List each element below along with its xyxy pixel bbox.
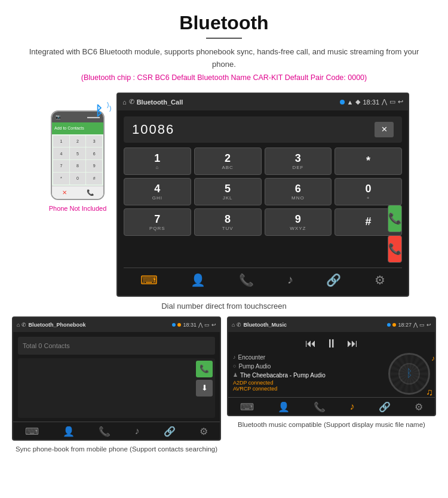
track-1: ♪ Encounter [233, 353, 383, 362]
music-note-deco-2: ♪ [431, 354, 435, 362]
phone-key: 1 [53, 136, 69, 147]
pb-nav-music[interactable]: ♪ [135, 426, 140, 437]
phone-key: 4 [53, 147, 69, 159]
music-nav-recent[interactable]: 📞 [314, 401, 326, 413]
dialed-number: 10086 [132, 122, 174, 137]
music-caption: Bluetooth music compatible (Support disp… [238, 420, 425, 430]
key-3[interactable]: 3DEF [265, 147, 332, 175]
key-2[interactable]: 2ABC [194, 147, 262, 175]
phone-key: 6 [86, 147, 102, 159]
pb-action-buttons: 📞 ⬇ [196, 361, 213, 396]
pb-nav-link[interactable]: 🔗 [164, 426, 176, 437]
call-button[interactable]: 📞 [388, 205, 402, 232]
music-statusbar-right: 18:27 ⋀ ▭ ↩ [387, 322, 431, 328]
pb-screen-title: Bluetooth_Phonebook [28, 322, 85, 328]
music-back-icon: ↩ [426, 322, 431, 328]
dialpad-nav-contacts[interactable]: 👤 [191, 273, 205, 287]
phone-key: 2 [70, 136, 86, 147]
dialpad-nav-settings[interactable]: ⚙ [375, 273, 385, 287]
pb-nav-contacts[interactable]: 👤 [63, 426, 75, 437]
track-2: ○ Pump Audio [233, 362, 383, 371]
phone-key: 5 [70, 147, 86, 159]
car-statusbar-right: ▲ ◆ 18:31 ⋀ ▭ ↩ [340, 98, 403, 106]
music-block: ⌂ ✆ Bluetooth_Music 18:27 ⋀ ▭ ↩ ⏮ ⏸ ⏭ [227, 316, 436, 454]
svg-text:ᛒ: ᛒ [95, 103, 103, 118]
dialpad-display: 10086 ✕ [124, 116, 402, 143]
phone-key: 9 [86, 160, 102, 172]
music-nav-music[interactable]: ♪ [350, 401, 355, 413]
vinyl-disc: ᛒ [388, 353, 430, 395]
screen-title: Bluetooth_Call [137, 99, 183, 106]
music-track-list: ♪ Encounter ○ Pump Audio ♟ The Cheebacab… [233, 353, 383, 392]
music-info-row: ♪ Encounter ○ Pump Audio ♟ The Cheebacab… [228, 353, 435, 397]
time-display: 18:31 [363, 99, 379, 106]
pb-statusbar-left: ⌂ ✆ Bluetooth_Phonebook [17, 322, 170, 328]
dialpad-nav-recent[interactable]: 📞 [239, 273, 254, 287]
pb-bt-dot [172, 323, 176, 327]
phone-screen: Add to Contacts 1 2 3 4 5 6 7 8 9 * 0 [52, 122, 103, 199]
end-call-button[interactable]: 📞 [388, 235, 402, 263]
pb-nav-settings[interactable]: ⚙ [200, 426, 208, 437]
track-3-name: The Cheebacabra - Pump Audio [240, 372, 326, 379]
svg-text:): ) [109, 105, 111, 112]
music-caption-text: Bluetooth music compatible (Support disp… [238, 421, 425, 428]
track-1-name: Encounter [238, 354, 266, 361]
phone-key: 8 [70, 160, 86, 172]
pb-bottom-nav: ⌨ 👤 📞 ♪ 🔗 ⚙ [13, 422, 220, 439]
music-bottom-nav: ⌨ 👤 📞 ♪ 🔗 ⚙ [228, 397, 435, 415]
pb-statusbar: ⌂ ✆ Bluetooth_Phonebook 18:31 ⋀ ▭ ↩ [13, 318, 220, 332]
music-nav-link[interactable]: 🔗 [379, 401, 391, 413]
phone-dialpad: 1 2 3 4 5 6 7 8 9 * 0 # [52, 134, 103, 186]
key-6[interactable]: 6MNO [265, 178, 332, 205]
wifi-icon: ◆ [355, 98, 360, 106]
key-5[interactable]: 5JKL [194, 178, 262, 205]
window-icon: ▭ [389, 98, 395, 106]
music-nav-settings[interactable]: ⚙ [415, 401, 423, 413]
music-playback-controls: ⏮ ⏸ ⏭ [228, 332, 435, 353]
pb-back-icon: ↩ [211, 322, 216, 328]
bt-signal-icon: ᛒ ) ) [94, 100, 116, 125]
home-icon: ⌂ [122, 99, 127, 106]
car-statusbar: ⌂ ✆ Bluetooth_Call ▲ ◆ 18:31 ⋀ ▭ ↩ [118, 94, 408, 110]
pb-nav-recent[interactable]: 📞 [99, 426, 111, 437]
key-1[interactable]: 1⌂ [124, 147, 191, 175]
dialpad-nav-link[interactable]: 🔗 [326, 273, 341, 287]
backspace-button[interactable]: ✕ [375, 122, 394, 137]
key-4[interactable]: 4GHI [124, 178, 191, 205]
call-buttons: 📞 📞 [388, 205, 402, 263]
bt-indicator [340, 100, 345, 104]
dialpad-nav-music[interactable]: ♪ [287, 273, 293, 287]
prev-button[interactable]: ⏮ [305, 337, 316, 350]
pb-home-icon: ⌂ [17, 322, 20, 328]
main-screenshot-section: 📷 ▬▬▬ Add to Contacts 1 2 3 4 5 6 7 [0, 93, 448, 297]
music-nav-contacts[interactable]: 👤 [278, 401, 290, 413]
phonebook-caption-text: Sync phone-book from mobile phone (Suppo… [16, 445, 217, 453]
dialpad-nav-keypad[interactable]: ⌨ [140, 273, 158, 287]
avrcp-status: AVRCP connected [233, 386, 383, 392]
pause-button[interactable]: ⏸ [326, 337, 337, 351]
back-icon: ↩ [398, 98, 403, 106]
phone-icon: ✆ [129, 98, 134, 106]
music-nav-keypad[interactable]: ⌨ [240, 401, 254, 413]
key-8[interactable]: 8TUV [194, 208, 262, 236]
key-9[interactable]: 9WXYZ [265, 208, 332, 236]
key-7[interactable]: 7PQRS [124, 208, 191, 236]
music-wifi-dot [392, 323, 396, 327]
key-star[interactable]: * [335, 147, 402, 175]
pb-call-button[interactable]: 📞 [196, 361, 213, 377]
next-button[interactable]: ⏭ [347, 337, 358, 350]
music-window-icon: ▭ [419, 322, 425, 328]
pb-contact-list: 📞 ⬇ [18, 358, 215, 418]
pb-search-bar: Total 0 Contacts [18, 337, 215, 355]
key-0-plus[interactable]: 0+ [335, 178, 402, 205]
phone-key: # [86, 173, 102, 185]
title-divider [206, 38, 242, 39]
pb-download-button[interactable]: ⬇ [196, 380, 213, 396]
music-screen-title: Bluetooth_Music [243, 322, 287, 328]
signal-icon: ▲ [347, 99, 354, 106]
pb-nav-keypad[interactable]: ⌨ [25, 426, 39, 437]
phonebook-screen: ⌂ ✆ Bluetooth_Phonebook 18:31 ⋀ ▭ ↩ Tota… [12, 316, 221, 441]
track-3: ♟ The Cheebacabra - Pump Audio [233, 371, 383, 380]
pb-wifi-dot [177, 323, 181, 327]
music-phone-icon: ✆ [237, 322, 241, 328]
